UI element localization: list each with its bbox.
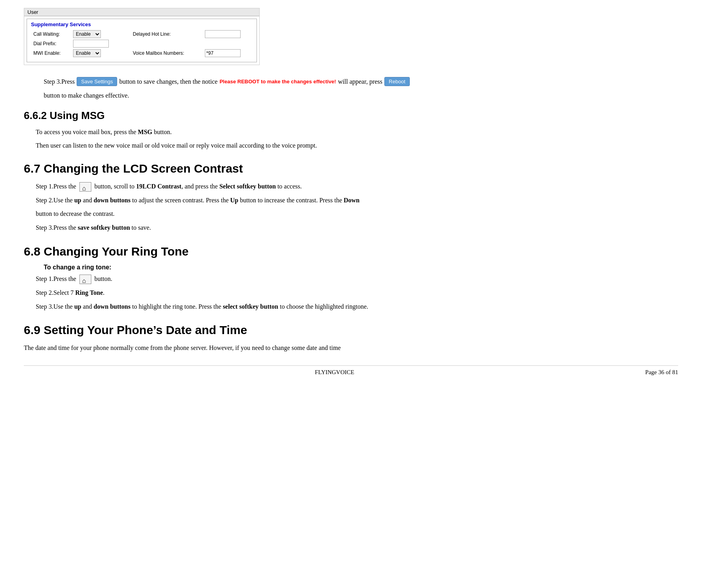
- s68-step3-bold3: select softkey button: [223, 303, 278, 310]
- delayed-hotline-input-cell[interactable]: [202, 29, 253, 39]
- section-67-step3: Step 3.Press the save softkey button to …: [36, 222, 678, 234]
- s67-step3-prefix: Step 3.Press the: [36, 224, 78, 231]
- s67-step1-end: to access.: [276, 183, 302, 190]
- s67-step1-bold1: 19LCD Contrast: [136, 183, 181, 190]
- section-69-para: The date and time for your phone normall…: [24, 342, 678, 353]
- reboot-button[interactable]: Reboot: [384, 77, 410, 86]
- s68-step3-end: to choose the highlighted ringtone.: [278, 303, 368, 310]
- s68-step3-bold1: up: [74, 303, 81, 310]
- para1-end: button.: [152, 129, 172, 135]
- form-row-3: MWI Enable: Enable Disable Voice Mailbox…: [31, 48, 253, 58]
- s68-step2-bold: Ring Tone: [75, 289, 103, 296]
- s67-step3-end: to save.: [130, 224, 151, 231]
- page-footer: FLYINGVOICE Page 36 of 81: [24, 365, 678, 376]
- mwi-enable-select[interactable]: Enable Disable: [73, 49, 101, 57]
- voice-mailbox-label: Voice Mailbox Numbers:: [121, 48, 202, 58]
- form-row-1: Call Waiting: Enable Disable Delayed Hot…: [31, 29, 253, 39]
- footer-center: FLYINGVOICE: [315, 369, 354, 376]
- para1-prefix: To access you voice mail box, press the: [36, 129, 138, 135]
- s67-step1-prefix: Step 1.Press the: [36, 183, 76, 190]
- step3-prefix: Step 3.Press: [44, 76, 75, 87]
- s67-step2-mid3: button to increase the contrast. Press t…: [238, 197, 343, 204]
- step3-end-text: button to make changes effective.: [44, 90, 678, 101]
- s67-step1-bold2: Select softkey button: [219, 183, 276, 190]
- s68-step2-prefix: Step 2.Select 7: [36, 289, 75, 296]
- s68-step1-prefix: Step 1.Press the: [36, 275, 76, 282]
- step3-line: Step 3.Press Save Settings button to sav…: [44, 76, 678, 87]
- supplementary-title: Supplementary Services: [31, 21, 253, 27]
- ui-screenshot-area: User Supplementary Services Call Waiting…: [24, 8, 260, 65]
- home-icon-2: [79, 275, 91, 284]
- reboot-notice: Please REBOOT to make the changes effect…: [220, 77, 336, 86]
- section-68-subheading: To change a ring tone:: [44, 264, 678, 271]
- section-67-step2-end: button to decrease the contrast.: [36, 208, 678, 220]
- s68-step2-end: .: [103, 289, 104, 296]
- s67-step1-middle: button, scroll to: [94, 183, 136, 190]
- s68-step1-end: button.: [94, 275, 112, 282]
- section-68-step2: Step 2.Select 7 Ring Tone.: [36, 287, 678, 299]
- s67-step2-bold4: Down: [343, 197, 359, 204]
- dial-prefix-label: Dial Prefix:: [31, 39, 71, 48]
- section-662-heading: 6.6.2 Using MSG: [24, 110, 678, 122]
- footer-right: Page 36 of 81: [645, 369, 678, 376]
- call-waiting-control[interactable]: Enable Disable: [71, 29, 121, 39]
- section-662-para2: Then user can listen to the new voice ma…: [36, 140, 678, 151]
- mwi-enable-label: MWI Enable:: [31, 48, 71, 58]
- home-icon-1: [79, 182, 91, 192]
- section-67-heading: 6.7 Changing the LCD Screen Contrast: [24, 162, 678, 175]
- s68-step3-prefix: Step 3.Use the: [36, 303, 74, 310]
- form-row-2: Dial Prefix:: [31, 39, 253, 48]
- s68-step3-mid1: and: [81, 303, 94, 310]
- section-67-step1: Step 1.Press the button, scroll to 19LCD…: [36, 181, 678, 192]
- s67-step2-bold2: down buttons: [94, 197, 131, 204]
- section-662-para1: To access you voice mail box, press the …: [36, 127, 678, 137]
- section-68-heading: 6.8 Changing Your Ring Tone: [24, 245, 678, 258]
- dial-prefix-input[interactable]: [73, 40, 109, 48]
- mwi-enable-control[interactable]: Enable Disable: [71, 48, 121, 58]
- call-waiting-label: Call Waiting:: [31, 29, 71, 39]
- voice-mailbox-input[interactable]: *97: [205, 49, 241, 57]
- delayed-hotline-input[interactable]: [205, 30, 241, 38]
- dial-prefix-input-cell[interactable]: [71, 39, 121, 48]
- s67-step3-bold: save softkey button: [78, 224, 130, 231]
- supplementary-form: Call Waiting: Enable Disable Delayed Hot…: [31, 29, 253, 58]
- step3-middle-text: button to save changes, then the notice: [119, 76, 217, 87]
- section-68-step1: Step 1.Press the button.: [36, 273, 678, 285]
- s67-step2-bold1: up: [74, 197, 81, 204]
- section-67-step2: Step 2.Use the up and down buttons to ad…: [36, 195, 678, 206]
- para1-bold: MSG: [138, 129, 152, 135]
- s67-step1-middle2: , and press the: [181, 183, 220, 190]
- section-68-step3: Step 3.Use the up and down buttons to hi…: [36, 301, 678, 313]
- delayed-hotline-label: Delayed Hot Line:: [121, 29, 202, 39]
- ui-top-bar: User: [24, 8, 259, 16]
- s67-step2-mid1: and: [81, 197, 94, 204]
- step3-suffix-text: will appear, press: [338, 76, 382, 87]
- s67-step2-mid2: to adjust the screen contrast. Press the: [131, 197, 230, 204]
- voice-mailbox-input-cell[interactable]: *97: [202, 48, 253, 58]
- s68-step3-mid2: to highlight the ring tone. Press the: [131, 303, 223, 310]
- section-69-heading: 6.9 Setting Your Phone’s Date and Time: [24, 323, 678, 337]
- s68-step3-bold2: down buttons: [94, 303, 131, 310]
- save-settings-button[interactable]: Save Settings: [77, 77, 117, 86]
- user-label: User: [27, 9, 38, 15]
- s67-step2-bold3: Up: [230, 197, 238, 204]
- s67-step2-prefix: Step 2.Use the: [36, 197, 74, 204]
- call-waiting-select[interactable]: Enable Disable: [73, 30, 101, 38]
